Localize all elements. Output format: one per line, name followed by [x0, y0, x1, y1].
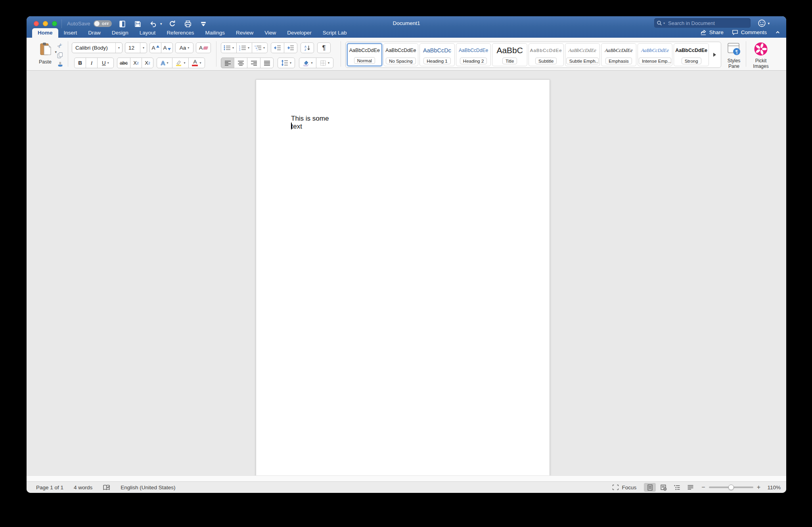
horizontal-scrollbar-track[interactable]	[27, 475, 786, 481]
document-canvas[interactable]: This is some text	[27, 71, 786, 475]
clear-formatting-button[interactable]: A	[196, 42, 211, 53]
highlight-button[interactable]: ▾	[172, 58, 189, 68]
font-color-caret[interactable]: ▾	[199, 61, 201, 65]
multilevel-caret[interactable]: ▾	[263, 46, 265, 50]
zoom-slider-thumb[interactable]	[728, 485, 734, 490]
text-effects-button[interactable]: A▾	[157, 58, 172, 68]
cut-button[interactable]: ✂	[56, 41, 65, 50]
increase-indent-button[interactable]	[284, 42, 297, 53]
search-scope-caret[interactable]: ▾	[663, 21, 665, 25]
style-heading-1[interactable]: AaBbCcDc Heading 1	[419, 43, 455, 66]
borders-button[interactable]: ▾	[316, 58, 333, 68]
zoom-in-button[interactable]: +	[757, 484, 760, 491]
numbering-caret[interactable]: ▾	[248, 46, 249, 50]
zoom-slider[interactable]	[709, 487, 753, 488]
align-left-button[interactable]	[221, 58, 234, 68]
numbering-button[interactable]: 123 ▾	[236, 42, 252, 53]
comments-button[interactable]: Comments	[732, 29, 767, 36]
page-count[interactable]: Page 1 of 1	[36, 485, 63, 490]
style-intense-emphasis[interactable]: AaBbCcDdEe Intense Emp...	[638, 43, 673, 66]
tab-developer[interactable]: Developer	[282, 28, 317, 38]
style-subtitle[interactable]: AaBbCcDdEe Subtitle	[529, 43, 564, 66]
paste-button[interactable]: ▾ Paste	[33, 42, 57, 65]
outline-view-button[interactable]	[671, 483, 683, 492]
close-button[interactable]	[34, 21, 39, 26]
decrease-indent-button[interactable]	[271, 42, 284, 53]
bullets-button[interactable]: ▾	[221, 42, 237, 53]
borders-caret[interactable]: ▾	[328, 61, 329, 65]
share-button[interactable]: Share	[700, 29, 724, 36]
new-document-button[interactable]	[117, 19, 127, 28]
shrink-font-button[interactable]: A	[161, 42, 173, 53]
word-count[interactable]: 4 words	[74, 485, 92, 490]
more-styles-button[interactable]	[710, 43, 720, 66]
tab-script-lab[interactable]: Script Lab	[317, 28, 352, 38]
pickit-images-button[interactable]: Pickit Images	[749, 42, 773, 69]
bullets-caret[interactable]: ▾	[232, 46, 234, 50]
minimize-button[interactable]	[43, 21, 48, 26]
copy-button[interactable]	[57, 52, 63, 59]
grow-font-button[interactable]: A	[149, 42, 161, 53]
tab-view[interactable]: View	[259, 28, 282, 38]
document-line-1[interactable]: This is some	[291, 115, 329, 123]
format-painter-button[interactable]	[57, 62, 63, 68]
tab-design[interactable]: Design	[106, 28, 134, 38]
search-input[interactable]	[667, 20, 748, 27]
draft-view-button[interactable]	[684, 483, 696, 492]
collapse-ribbon-button[interactable]	[775, 30, 781, 35]
redo-button[interactable]	[167, 19, 178, 28]
underline-button[interactable]: U▾	[97, 58, 114, 68]
justify-button[interactable]	[260, 58, 274, 68]
tab-mailings[interactable]: Mailings	[199, 28, 230, 38]
print-layout-view-button[interactable]	[644, 483, 656, 492]
sort-button[interactable]: AZ	[301, 42, 314, 53]
align-center-button[interactable]	[234, 58, 247, 68]
tab-review[interactable]: Review	[230, 28, 259, 38]
shading-caret[interactable]: ▾	[311, 61, 312, 65]
zoom-out-button[interactable]: −	[701, 484, 705, 491]
tab-home[interactable]: Home	[32, 28, 58, 38]
tab-references[interactable]: References	[161, 28, 199, 38]
search-box[interactable]: ▾	[654, 18, 751, 28]
zoom-percentage[interactable]: 110%	[764, 485, 781, 490]
show-paragraph-marks-button[interactable]: ¶	[317, 42, 331, 53]
spellcheck-button[interactable]	[103, 484, 110, 491]
style-title[interactable]: AaBbC Title	[492, 43, 527, 66]
language-selector[interactable]: English (United States)	[121, 485, 175, 490]
document-line-2[interactable]: text	[291, 123, 329, 131]
document-text[interactable]: This is some text	[291, 115, 329, 131]
text-effects-caret[interactable]: ▾	[167, 61, 168, 65]
italic-button[interactable]: I	[86, 58, 98, 68]
print-button[interactable]	[183, 19, 193, 28]
line-spacing-button[interactable]: ▾	[278, 58, 295, 68]
customize-toolbar-button[interactable]	[198, 19, 209, 28]
shading-button[interactable]: ▾	[299, 58, 316, 68]
web-layout-view-button[interactable]	[657, 483, 669, 492]
style-no-spacing[interactable]: AaBbCcDdEe No Spacing	[383, 43, 419, 66]
style-normal[interactable]: AaBbCcDdEe Normal	[347, 43, 382, 66]
style-subtle-emphasis[interactable]: AaBbCcDdEe Subtle Emph...	[565, 43, 600, 66]
document-line-2-text[interactable]: text	[291, 123, 302, 130]
bold-button[interactable]: B	[74, 58, 86, 68]
tab-insert[interactable]: Insert	[58, 28, 83, 38]
style-strong[interactable]: AaBbCcDdEe Strong	[674, 43, 709, 66]
document-page[interactable]: This is some text	[256, 79, 550, 475]
tab-layout[interactable]: Layout	[134, 28, 161, 38]
align-right-button[interactable]	[247, 58, 260, 68]
font-color-button[interactable]: A ▾	[188, 58, 205, 68]
undo-button[interactable]	[148, 19, 158, 28]
styles-pane-button[interactable]: ¶ Styles Pane	[723, 42, 745, 69]
style-emphasis[interactable]: AaBbCcDdEe Emphasis	[601, 43, 636, 66]
feedback-control[interactable]: ▾	[758, 19, 770, 27]
font-size-select[interactable]: 12 ▾	[125, 42, 147, 53]
change-case-button[interactable]: Aa▾	[175, 42, 193, 53]
font-name-select[interactable]: Calibri (Body) ▾	[72, 42, 123, 53]
superscript-button[interactable]: X2	[142, 58, 153, 68]
undo-dropdown[interactable]: ▾	[160, 22, 162, 26]
autosave-toggle[interactable]: OFF	[94, 20, 112, 27]
style-heading-2[interactable]: AaBbCcDdEe Heading 2	[456, 43, 491, 66]
fullscreen-button[interactable]	[52, 21, 57, 26]
save-button[interactable]	[132, 19, 143, 28]
line-spacing-caret[interactable]: ▾	[290, 61, 291, 65]
underline-caret[interactable]: ▾	[107, 61, 109, 65]
